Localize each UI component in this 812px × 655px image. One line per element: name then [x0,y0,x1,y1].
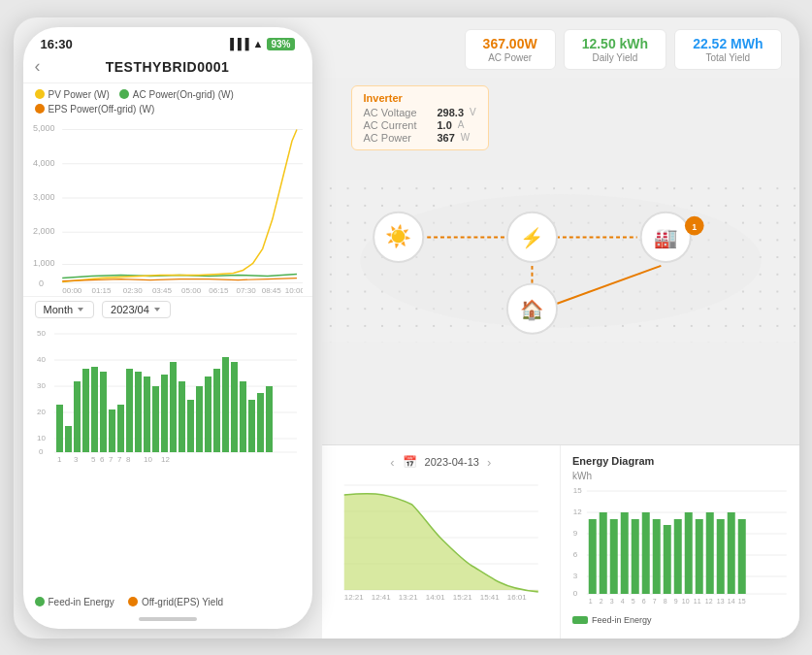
month-selector[interactable]: Month [35,301,95,318]
svg-text:10: 10 [682,598,690,605]
svg-rect-113 [610,519,618,594]
inv-current-key: AC Current [364,119,432,131]
feed-in-label: Feed-in Energy [49,597,114,607]
svg-text:12: 12 [573,508,582,516]
inv-row-current: AC Current 1.0 A [364,119,476,131]
svg-rect-53 [213,369,220,452]
svg-text:40: 40 [37,355,46,364]
inv-voltage-unit: V [470,107,476,117]
ac-power-value: 367.00W [483,36,537,51]
svg-text:10: 10 [144,455,152,462]
svg-text:3: 3 [610,598,614,605]
inv-current-unit: A [458,119,465,130]
right-panel: 367.00W AC Power 12.50 kWh Daily Yield 2… [322,17,799,639]
svg-rect-40 [100,372,107,452]
status-icons: ▐▐▐ ▲ 93% [226,38,294,50]
svg-rect-51 [196,386,203,452]
svg-rect-125 [738,519,746,594]
svg-text:9: 9 [573,529,578,538]
svg-text:1,000: 1,000 [33,258,55,268]
feed-in-legend: Feed-in Energy [35,597,114,607]
svg-text:4,000: 4,000 [33,157,55,167]
eps-legend-label: EPS Power(Off-grid) (W) [49,104,155,115]
svg-text:14: 14 [728,598,735,605]
pv-legend-dot [35,89,45,99]
svg-text:0: 0 [39,447,44,456]
bottom-panels: ‹ 📅 2023-04-13 › 12:21 [322,444,799,639]
main-container: 16:30 ▐▐▐ ▲ 93% ‹ TESTHYBRID0001 PV Powe… [14,17,799,639]
svg-text:30: 30 [37,381,46,390]
svg-text:12:21: 12:21 [343,593,364,602]
area-chart-svg: 12:21 12:41 13:21 14:01 15:21 15:41 16:0… [334,475,549,602]
daily-yield-value: 12.50 kWh [582,36,648,51]
svg-text:0: 0 [39,278,44,287]
next-arrow[interactable]: › [487,455,491,470]
date-selector[interactable]: 2023/04 [102,301,171,318]
svg-text:⚡: ⚡ [519,226,543,249]
svg-rect-49 [179,381,185,452]
svg-text:☀️: ☀️ [385,223,412,249]
svg-text:5: 5 [91,455,96,462]
inv-row-voltage: AC Voltage 298.3 V [364,107,476,118]
chevron-down-icon [76,305,85,314]
svg-text:7: 7 [109,455,114,462]
ac-legend-label: AC Power(On-grid) (W) [133,89,234,100]
total-yield-label: Total Yield [706,52,751,63]
legend-pv: PV Power (W) [35,89,110,100]
svg-rect-117 [653,519,661,594]
svg-text:11: 11 [694,598,701,605]
svg-marker-22 [154,308,160,311]
energy-legend-bar [572,616,588,624]
ac-power-card: 367.00W AC Power [465,29,556,70]
prev-arrow[interactable]: ‹ [390,455,394,470]
svg-rect-121 [696,519,703,594]
svg-rect-39 [91,367,98,452]
svg-text:6: 6 [573,550,578,559]
svg-rect-119 [674,519,682,594]
svg-text:12:41: 12:41 [371,593,391,602]
panel-nav: ‹ 📅 2023-04-13 › [334,455,549,470]
chart-controls: Month 2023/04 [23,296,312,322]
date-label: 2023/04 [111,304,149,315]
svg-text:03:45: 03:45 [151,285,172,293]
svg-rect-43 [126,369,133,452]
svg-rect-44 [135,372,142,452]
svg-text:7: 7 [117,455,122,462]
area-chart-panel: ‹ 📅 2023-04-13 › 12:21 [322,445,562,639]
svg-rect-35 [56,405,63,452]
chart-date-icon: 📅 [403,455,417,469]
line-chart-area: 5,000 4,000 3,000 2,000 1,000 0 00:00 01… [23,116,312,296]
svg-text:8: 8 [664,598,667,605]
svg-text:🏭: 🏭 [653,226,677,249]
eps-legend-dot [35,104,45,114]
svg-text:2: 2 [600,598,603,605]
svg-text:15: 15 [573,486,582,495]
svg-rect-115 [632,519,639,594]
battery-indicator: 93% [267,38,294,50]
back-button[interactable]: ‹ [35,56,41,77]
month-label: Month [44,304,74,315]
legend-ac: AC Power(On-grid) (W) [119,89,234,100]
offgrid-legend: Off-grid(EPS) Yield [128,597,223,607]
svg-text:13: 13 [717,598,725,605]
total-yield-card: 22.52 MWh Total Yield [674,29,781,70]
svg-text:8: 8 [126,455,131,462]
signal-icon: ▐▐▐ [226,38,248,49]
bar-chart-legend: Feed-in Energy Off-grid(EPS) Yield [23,593,312,611]
svg-text:4: 4 [621,598,625,605]
svg-rect-118 [664,525,671,594]
pv-legend-label: PV Power (W) [49,89,110,100]
svg-text:16:01: 16:01 [506,593,527,602]
svg-rect-124 [728,512,735,594]
kwh-label: kWh [572,471,788,481]
daily-yield-card: 12.50 kWh Daily Yield [564,29,666,70]
svg-rect-114 [621,512,629,594]
chart-date-label: 2023-04-13 [425,456,479,468]
svg-text:12: 12 [161,455,170,462]
svg-rect-55 [231,362,238,452]
svg-text:6: 6 [642,598,646,605]
svg-text:0: 0 [573,589,578,598]
svg-text:50: 50 [37,329,46,338]
inverter-info: Inverter AC Voltage 298.3 V AC Current 1… [351,85,489,150]
svg-text:15:41: 15:41 [479,593,500,602]
